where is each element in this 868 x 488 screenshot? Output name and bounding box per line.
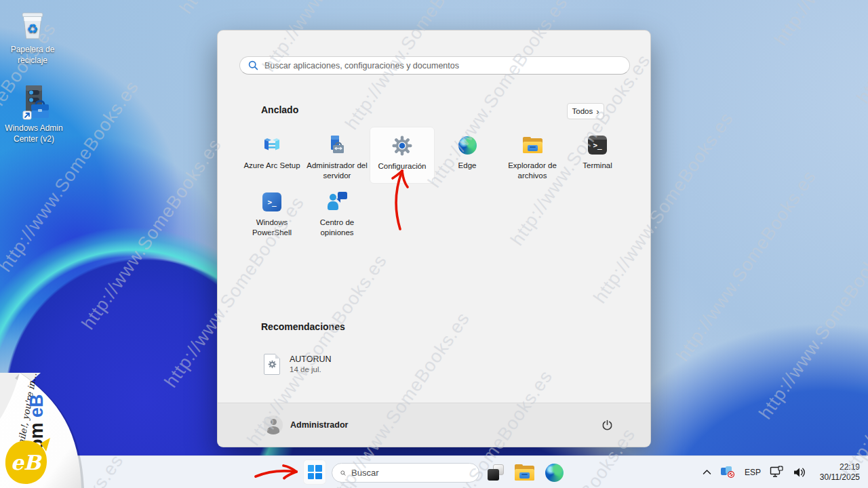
user-avatar[interactable] <box>264 415 283 434</box>
search-icon <box>340 468 346 478</box>
settings-gear-icon <box>391 135 413 157</box>
pinned-app-settings[interactable]: Configuración <box>370 127 435 184</box>
desktop-icon-label: Papelera de reciclaje <box>0 45 65 66</box>
language-indicator[interactable]: ESP <box>745 468 761 477</box>
recommended-item[interactable]: AUTORUN 14 de jul. <box>256 346 446 382</box>
powershell-icon: >_ <box>261 191 283 213</box>
file-explorer-icon <box>521 134 543 156</box>
file-explorer-icon <box>515 464 534 481</box>
user-name: Administrador <box>290 420 348 430</box>
start-search-box[interactable] <box>239 56 630 75</box>
power-button[interactable] <box>596 414 618 436</box>
edge-icon <box>456 134 478 156</box>
pinned-app-powershell[interactable]: >_ Windows PowerShell <box>239 184 304 241</box>
windows-logo-icon <box>308 465 322 479</box>
pinned-app-azure-arc[interactable]: Azure Arc Setup <box>239 127 304 184</box>
power-icon <box>601 420 613 431</box>
pinned-app-server-manager[interactable]: Administrador del servidor <box>304 127 370 184</box>
pinned-section-title: Anclado <box>261 104 298 115</box>
all-apps-button[interactable]: Todos › <box>567 103 604 119</box>
recycle-bin-icon: ♻ <box>0 7 65 42</box>
start-menu-footer: Administrador <box>218 403 650 447</box>
desktop-icon-recycle-bin[interactable]: ♻ Papelera de reciclaje <box>0 7 65 66</box>
search-icon <box>248 60 258 70</box>
start-search-input[interactable] <box>264 61 621 70</box>
taskbar: ESP 22:19 30/11/2025 <box>0 455 868 488</box>
azure-arc-icon <box>261 134 283 156</box>
desktop-icon-label: Windows Admin Center (v2) <box>1 123 66 144</box>
feedback-hub-icon <box>326 191 348 213</box>
start-menu: Anclado Todos › Azure Arc Setup <box>217 30 651 447</box>
network-icon[interactable] <box>770 466 784 479</box>
tray-date: 30/11/2025 <box>815 472 860 483</box>
pinned-app-file-explorer[interactable]: Explorador de archivos <box>500 127 565 184</box>
taskbar-search-box[interactable] <box>332 463 479 483</box>
system-tray: ESP 22:19 30/11/2025 <box>703 456 865 488</box>
taskbar-search-input[interactable] <box>351 468 471 478</box>
tray-time: 22:19 <box>815 462 860 472</box>
task-view-button[interactable] <box>484 461 507 484</box>
tray-server-status-icon[interactable] <box>720 466 736 479</box>
recommended-section-title: Recomendaciones <box>261 321 345 332</box>
clock[interactable]: 22:19 30/11/2025 <box>815 462 860 483</box>
document-gear-icon <box>264 354 280 375</box>
pinned-app-terminal[interactable]: >_ Terminal <box>565 127 630 184</box>
recommended-item-date: 14 de jul. <box>290 365 332 373</box>
admin-center-icon <box>1 85 66 121</box>
edge-button[interactable] <box>542 461 566 484</box>
file-explorer-button[interactable] <box>513 461 536 484</box>
task-view-icon <box>488 464 504 481</box>
recommended-item-title: AUTORUN <box>290 354 332 364</box>
pinned-app-feedback-hub[interactable]: Centro de opiniones <box>304 184 370 241</box>
pinned-app-edge[interactable]: Edge <box>435 127 500 184</box>
server-manager-icon <box>326 134 348 156</box>
tray-chevron-up-icon[interactable] <box>703 469 711 475</box>
svg-text:♻: ♻ <box>26 21 38 36</box>
edge-icon <box>545 464 564 482</box>
chevron-right-icon: › <box>596 106 599 117</box>
start-button[interactable] <box>303 460 326 485</box>
desktop-icon-admin-center[interactable]: Windows Admin Center (v2) <box>1 85 66 144</box>
volume-icon[interactable] <box>793 466 806 479</box>
terminal-icon: >_ <box>587 134 608 156</box>
